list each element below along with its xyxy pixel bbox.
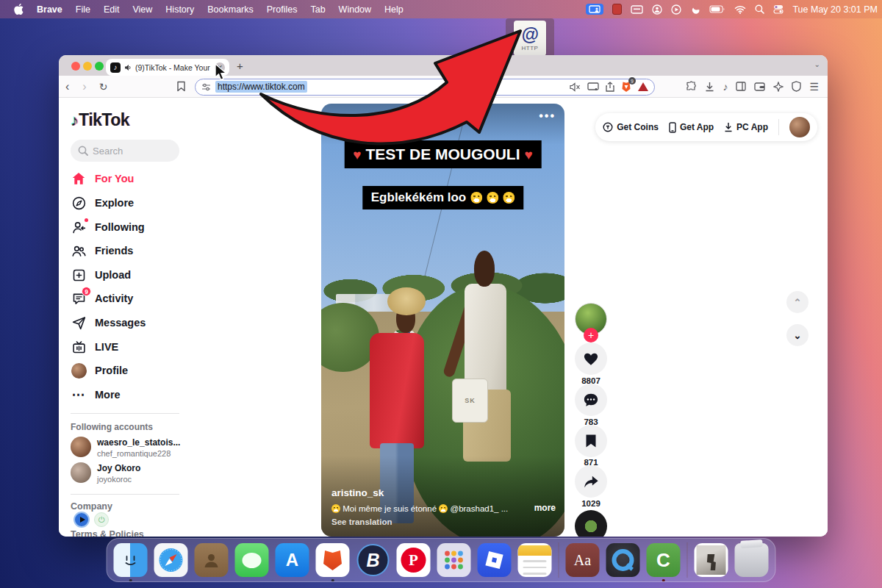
address-bar[interactable]: https://www.tiktok.com 9 (195, 79, 655, 96)
control-center-icon[interactable] (773, 4, 784, 14)
dictionary-dock-icon[interactable]: Aa (566, 543, 600, 577)
now-playing-icon[interactable] (671, 4, 681, 15)
menu-item-window[interactable]: Window (332, 4, 378, 15)
new-tab-button[interactable]: + (237, 60, 243, 72)
menu-item-help[interactable]: Help (378, 4, 410, 15)
b-browser-dock-icon[interactable]: B (356, 543, 390, 577)
back-button[interactable]: ‹ (59, 81, 76, 93)
get-coins-button[interactable]: Get Coins (603, 122, 659, 132)
menu-item-brave[interactable]: Brave (30, 4, 69, 15)
previous-video-button[interactable]: ⌃ (786, 291, 808, 313)
notes-dock-icon[interactable] (518, 543, 552, 577)
pc-app-button[interactable]: PC App (724, 122, 768, 132)
brave-shields-icon[interactable]: 9 (621, 81, 631, 93)
caption-more-button[interactable]: more (534, 503, 556, 513)
reload-button[interactable]: ↻ (93, 81, 114, 93)
url-text-selected[interactable]: https://www.tiktok.com (215, 81, 307, 93)
bookmark-button[interactable] (575, 425, 607, 457)
menu-item-edit[interactable]: Edit (97, 4, 126, 15)
video-more-options-icon[interactable]: ••• (539, 110, 556, 123)
menu-item-history[interactable]: History (159, 4, 201, 15)
user-avatar[interactable] (789, 117, 810, 137)
user-account-icon[interactable] (652, 4, 662, 15)
sidebar-item-live[interactable]: LIVE (71, 336, 188, 358)
forward-button[interactable]: › (76, 81, 93, 93)
zoom-window-button[interactable] (95, 62, 104, 71)
browser-tab[interactable]: ♪ (9)TikTok - Make Your Day ✕ (106, 59, 229, 76)
contacts-dock-icon[interactable] (195, 543, 229, 577)
video-username[interactable]: aristino_sk (331, 487, 384, 498)
video-caption[interactable]: Moi même je suis étonné @brashad1_ ... (331, 504, 515, 513)
pinterest-dock-icon[interactable]: P (397, 543, 431, 577)
screen-mirroring-icon[interactable] (586, 4, 603, 15)
camtasia-dock-icon[interactable]: C (647, 543, 681, 577)
video-player[interactable]: SK ••• TEST DE MOUGOULI Egblekékém loo a… (321, 104, 564, 537)
brave-dock-icon[interactable] (316, 543, 350, 577)
tab-audio-icon[interactable] (124, 64, 132, 71)
spotlight-search-icon[interactable] (755, 4, 764, 14)
focus-moon-icon[interactable] (690, 4, 700, 15)
sidebar-toggle-icon[interactable] (736, 82, 746, 91)
followed-account[interactable]: waesro_le_statois... chef_romantique228 (71, 437, 196, 459)
menu-bar-clock[interactable]: Tue May 20 3:01 PM (792, 4, 878, 15)
quicktime-dock-icon[interactable] (606, 543, 640, 577)
screenshot-thumbnail[interactable] (695, 543, 728, 577)
cast-screen-icon[interactable] (587, 82, 599, 91)
see-translation-button[interactable]: See translation (331, 517, 392, 526)
app-store-dock-icon[interactable]: A (276, 543, 309, 577)
menu-item-view[interactable]: View (126, 4, 159, 15)
floating-play-icon[interactable] (74, 512, 90, 528)
next-video-button[interactable]: ⌄ (786, 324, 808, 346)
tab-close-button[interactable]: ✕ (215, 62, 225, 73)
floating-power-icon[interactable]: ⏻ (94, 512, 109, 527)
company-link[interactable]: Company (71, 501, 112, 512)
apple-menu-icon[interactable] (7, 4, 30, 15)
site-settings-icon[interactable] (201, 83, 211, 91)
search-box[interactable] (71, 140, 179, 162)
terms-policies-link[interactable]: Terms & Policies (71, 529, 144, 537)
wallet-icon[interactable] (754, 82, 765, 91)
vpn-shield-icon[interactable] (792, 81, 801, 92)
sidebar-item-explore[interactable]: Explore (71, 192, 188, 214)
menu-extra-red-icon[interactable] (612, 4, 622, 15)
get-app-button[interactable]: Get App (669, 122, 714, 133)
sidebar-item-upload[interactable]: Upload (71, 264, 188, 286)
sidebar-item-more[interactable]: ⋯ More (71, 384, 188, 406)
extensions-icon[interactable] (686, 81, 697, 92)
wifi-icon[interactable] (734, 5, 746, 14)
bookmark-icon[interactable] (176, 81, 186, 92)
close-window-button[interactable] (71, 62, 80, 71)
main-menu-icon[interactable]: ☰ (809, 82, 819, 92)
leo-ai-icon[interactable] (773, 82, 784, 92)
mute-tab-icon[interactable] (570, 82, 581, 92)
sidebar-item-activity[interactable]: 9 Activity (71, 287, 188, 309)
downloads-icon[interactable] (705, 82, 714, 92)
minimize-window-button[interactable] (83, 62, 92, 71)
sidebar-item-profile[interactable]: Profile (71, 359, 188, 381)
battery-icon[interactable] (709, 5, 725, 13)
sidebar-item-for-you[interactable]: For You (71, 168, 188, 190)
share-page-icon[interactable] (606, 82, 614, 92)
launchpad-dock-icon[interactable] (437, 543, 471, 577)
brave-rewards-icon[interactable] (638, 82, 648, 91)
tab-search-chevron-icon[interactable]: ⌄ (814, 60, 820, 68)
safari-dock-icon[interactable] (154, 543, 188, 577)
desktop-http-webloc-icon[interactable]: @ HTTP (514, 21, 546, 56)
sidebar-item-friends[interactable]: Friends (71, 240, 188, 262)
sidebar-item-messages[interactable]: Messages (71, 312, 188, 334)
sidebar-item-following[interactable]: Following (71, 216, 188, 238)
like-button[interactable] (575, 343, 607, 375)
media-playlist-icon[interactable]: ♪ (723, 82, 728, 92)
followed-account[interactable]: Joy Okoro joyokoroc (71, 462, 196, 484)
share-button[interactable] (575, 465, 607, 498)
finder-dock-icon[interactable] (114, 543, 148, 577)
menu-item-file[interactable]: File (69, 4, 97, 15)
comment-button[interactable] (575, 384, 607, 416)
roblox-dock-icon[interactable] (478, 543, 512, 577)
sound-record-disc[interactable] (575, 510, 607, 537)
menu-item-tab[interactable]: Tab (304, 4, 331, 15)
menu-item-profiles[interactable]: Profiles (260, 4, 304, 15)
tiktok-logo[interactable]: ♪ TikTok (71, 110, 129, 130)
search-input[interactable] (93, 146, 166, 157)
follow-plus-button[interactable]: + (584, 328, 598, 343)
